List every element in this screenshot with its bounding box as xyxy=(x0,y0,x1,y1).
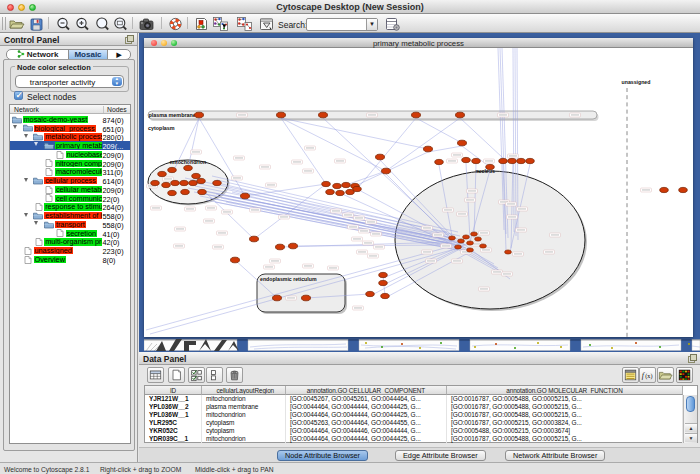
tree-row-establishment-of-localization[interactable]: establishment of localization558(0) xyxy=(10,211,131,220)
tab-node-attribute-browser[interactable]: Node Attribute Browser xyxy=(277,450,368,461)
tree-row-cellular-process[interactable]: cellular process614(0) xyxy=(10,176,131,185)
heatmap-button[interactable] xyxy=(676,367,693,383)
select-nodes-checkbox[interactable] xyxy=(14,91,23,100)
attribute-grid-button[interactable] xyxy=(147,367,164,383)
cell-r4c2[interactable]: cytoplasm xyxy=(202,419,286,427)
tab-mosaic[interactable]: Mosaic xyxy=(69,50,108,59)
network-canvas[interactable]: plasma membranecytoplasmmitochondrionnuc… xyxy=(144,48,693,337)
cell-r2c2[interactable]: plasma membrane xyxy=(202,403,286,411)
cell-r6c4[interactable]: [GO:0016787, GO:0005488, GO:0005215, G..… xyxy=(447,435,683,443)
tree-row-macromolecule-metabolic-process[interactable]: macromolecule metabolic process311(0) xyxy=(10,168,131,177)
cell-r6c3[interactable]: [GO:0044464, GO:0044444, GO:0044425, G..… xyxy=(286,435,447,443)
select-attributes-button[interactable] xyxy=(188,367,205,383)
status-bar: Welcome to Cytoscape 2.8.1Right-click + … xyxy=(0,462,700,474)
tree-row-unassigned[interactable]: unassigned223(0) xyxy=(10,246,131,255)
disclosure-triangle-icon[interactable] xyxy=(24,134,28,138)
data-panel-title: Data Panel xyxy=(143,354,186,364)
column-header-1[interactable]: ID xyxy=(145,386,202,395)
cell-r1c1[interactable]: YJR121W__1 xyxy=(145,395,202,403)
toolbar-separator xyxy=(132,17,133,29)
cell-r2c3[interactable]: [GO:0044464, GO:0044444, GO:0044425, G..… xyxy=(286,403,447,411)
tree-row-nucleobase-containing-compound-metabolic-process[interactable]: nucleobase-containing compound metabolic… xyxy=(10,150,131,159)
plugin-manager-button[interactable] xyxy=(193,16,210,32)
open-file-button[interactable] xyxy=(8,16,25,32)
float-panel-icon[interactable] xyxy=(125,35,134,44)
disclosure-triangle-icon[interactable] xyxy=(24,213,28,217)
network-tree-header: Network Nodes xyxy=(10,105,130,114)
tree-row-primary-metabolic-process[interactable]: primary metabolic process209(... xyxy=(10,141,131,150)
unselect-attributes-button[interactable] xyxy=(206,367,223,383)
cell-r1c4[interactable]: [GO:0016787, GO:0005488, GO:0005215, G..… xyxy=(447,395,683,403)
cytoscape-desktop-window: Cytoscape Desktop (New Session) Search: … xyxy=(0,0,700,474)
cell-r5c3[interactable]: [GO:0044464, GO:0044446, GO:0044444, G..… xyxy=(286,427,447,435)
tree-row-multi-organism-process[interactable]: multi-organism process42(0) xyxy=(10,238,131,247)
cell-r5c4[interactable]: [GO:0005488, GO:0005215, GO:0003674] xyxy=(447,427,683,435)
cell-r3c3[interactable]: [GO:0044464, GO:0044444, GO:0044425, G..… xyxy=(286,411,447,419)
scroll-down-icon[interactable]: ▼ xyxy=(685,433,697,442)
cell-r1c3[interactable]: [GO:0045267, GO:0045261, GO:0044464, G..… xyxy=(286,395,447,403)
scroll-up-icon[interactable]: ▲ xyxy=(685,423,697,432)
tree-row-biological-process[interactable]: biological_process651(0) xyxy=(10,124,131,133)
duplicate-network-button[interactable] xyxy=(236,16,253,32)
data-panel-toolbar: f(x) xyxy=(139,365,700,385)
cell-r2c4[interactable]: [GO:0016787, GO:0005488, GO:0005215, G..… xyxy=(447,403,683,411)
cell-r5c2[interactable]: cytoplasm xyxy=(202,427,286,435)
cell-r3c2[interactable]: mitochondrion xyxy=(202,411,286,419)
cell-r1c2[interactable]: mitochondrion xyxy=(202,395,286,403)
status-message-1: Welcome to Cytoscape 2.8.1 xyxy=(4,466,89,473)
tree-row-cellular-metabolic-process[interactable]: cellular metabolic process209(0) xyxy=(10,185,131,194)
cell-r2c1[interactable]: YPL036W__2 xyxy=(145,403,202,411)
save-icon xyxy=(28,16,45,32)
cell-r4c3[interactable]: [GO:0045263, GO:0044464, GO:0044455, G..… xyxy=(286,419,447,427)
cell-r4c4[interactable]: [GO:0016787, GO:0005215, GO:0003824, G..… xyxy=(447,419,683,427)
disclosure-triangle-icon[interactable] xyxy=(24,178,28,182)
tab-edge-attribute-browser[interactable]: Edge Attribute Browser xyxy=(395,450,486,461)
snapshot-button[interactable] xyxy=(138,16,155,32)
network-view-titlebar[interactable]: primary metabolic process xyxy=(144,38,693,48)
cell-r5c1[interactable]: YKR052C xyxy=(145,427,202,435)
tab-network[interactable]: Network xyxy=(7,50,69,59)
cell-r3c4[interactable]: [GO:0016787, GO:0005488, GO:0005215, G..… xyxy=(447,411,683,419)
column-header-2[interactable]: _cellularLayoutRegion xyxy=(202,386,286,395)
zoom-selected-button[interactable] xyxy=(94,16,111,32)
tree-row-nitrogen-compound-metabolic-process[interactable]: nitrogen compound metabolic process209(0… xyxy=(10,159,131,168)
tree-row-transport[interactable]: transport558(0) xyxy=(10,220,131,229)
tree-row-overview[interactable]: Overview8(0) xyxy=(10,255,131,264)
attribute-list-button[interactable] xyxy=(622,367,639,383)
table-scrollbar[interactable]: ▲ ▼ xyxy=(683,395,697,443)
zoom-in-button[interactable] xyxy=(74,16,91,32)
advanced-search-button[interactable] xyxy=(384,16,401,32)
zoom-fit-button[interactable] xyxy=(112,16,129,32)
disclosure-triangle-icon[interactable] xyxy=(34,142,38,146)
disclosure-triangle-icon[interactable] xyxy=(13,125,17,129)
control-panel-header: Control Panel xyxy=(0,33,137,46)
tree-row-response-to-stimulus[interactable]: response to stimulus264(0) xyxy=(10,203,131,212)
help-button[interactable] xyxy=(167,16,184,32)
column-header-3[interactable]: annotation.GO CELLULAR_COMPONENT xyxy=(286,386,447,395)
new-attribute-button[interactable] xyxy=(168,367,185,383)
tree-row-mosaic-demo-yeast[interactable]: mosaic-demo-yeast874(0) xyxy=(10,115,131,124)
search-dropdown-arrow-icon[interactable]: ▼ xyxy=(366,19,377,30)
search-input[interactable]: ▼ xyxy=(306,18,378,31)
cell-r4c1[interactable]: YLR295C xyxy=(145,419,202,427)
delete-attribute-button[interactable] xyxy=(226,367,243,383)
cell-r6c1[interactable]: YDR039C__1 xyxy=(145,435,202,443)
tree-row-metabolic-process[interactable]: metabolic process280(0) xyxy=(10,133,131,142)
tab-network-attribute-browser[interactable]: Network Attribute Browser xyxy=(505,450,605,461)
tree-row-cell-communication[interactable]: cell communication22(0) xyxy=(10,194,131,203)
scrollbar-thumb[interactable] xyxy=(686,396,695,412)
float-data-panel-icon[interactable] xyxy=(688,354,697,363)
annotation-button[interactable] xyxy=(258,16,275,32)
save-button[interactable] xyxy=(28,16,45,32)
formula-fx-button[interactable]: f(x) xyxy=(639,367,656,383)
duplicate-network-view-button[interactable] xyxy=(212,16,229,32)
tab-overflow-arrow[interactable]: ▶ xyxy=(108,50,130,59)
cell-r6c2[interactable]: mitochondrion xyxy=(202,435,286,443)
node-color-attribute-select[interactable]: transporter activity xyxy=(15,75,124,88)
disclosure-triangle-icon[interactable] xyxy=(34,221,38,225)
cell-r3c1[interactable]: YPL036W__1 xyxy=(145,411,202,419)
column-header-4[interactable]: annotation.GO MOLECULAR_FUNCTION xyxy=(447,386,683,395)
zoom-out-button[interactable] xyxy=(55,16,72,32)
import-attributes-button[interactable] xyxy=(657,367,674,383)
tree-row-secretion[interactable]: secretion41(0) xyxy=(10,229,131,238)
